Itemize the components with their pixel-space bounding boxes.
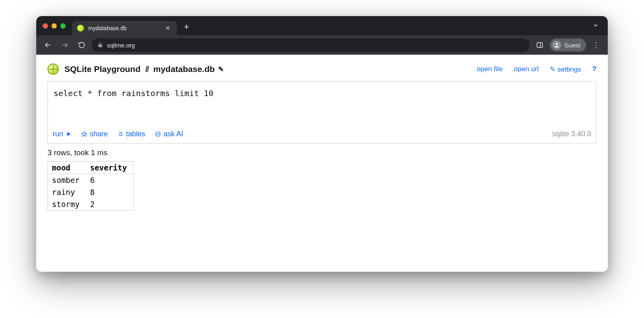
header-links: open file open url ✎ settings ? [477, 65, 597, 74]
editor-actions: run share tables ask AI sqlite 3.40.0 [48, 127, 596, 143]
back-button[interactable] [41, 38, 55, 52]
tabs-dropdown-button[interactable] [588, 20, 603, 32]
title-separator: // [145, 64, 149, 74]
browser-menu-button[interactable]: ⋮ [589, 38, 603, 52]
result-status: 3 rows, took 1 ms [47, 148, 597, 157]
open-file-link[interactable]: open file [477, 65, 503, 73]
list-icon [118, 131, 124, 137]
page-header: SQLite Playground // mydatabase.db ✎ ope… [47, 64, 597, 75]
settings-link[interactable]: ✎ settings [550, 65, 581, 74]
browser-tab[interactable]: mydatabase.db ✕ [72, 21, 177, 35]
tab-strip: mydatabase.db ✕ + [36, 16, 608, 35]
table-cell: rainy [48, 186, 86, 198]
table-cell: 6 [86, 174, 134, 187]
url-text: sqlime.org [107, 42, 135, 49]
result-header-row: moodseverity [48, 162, 134, 174]
new-tab-button[interactable]: + [181, 21, 192, 33]
db-name: mydatabase.db [153, 64, 215, 74]
browser-toolbar: sqlime.org Guest ⋮ [36, 35, 608, 55]
share-button[interactable]: share [81, 130, 108, 138]
browser-window: mydatabase.db ✕ + sqlime.org [36, 16, 608, 272]
window-minimize-button[interactable] [52, 23, 57, 29]
svg-marker-6 [82, 131, 87, 136]
sql-input[interactable] [48, 82, 596, 125]
tab-title: mydatabase.db [88, 25, 160, 31]
window-close-button[interactable] [43, 23, 48, 29]
sqlite-version: sqlite 3.40.0 [552, 130, 591, 138]
sql-editor: run share tables ask AI sqlite 3.40.0 [47, 81, 597, 144]
help-link[interactable]: ? [592, 65, 597, 73]
table-row: rainy8 [48, 186, 134, 198]
app-title: SQLite Playground [64, 64, 140, 74]
result-table: moodseverity somber6rainy8stormy2 [47, 161, 134, 211]
svg-rect-2 [537, 43, 543, 47]
address-bar[interactable]: sqlime.org [92, 38, 530, 52]
play-icon [66, 131, 72, 137]
globe-icon [155, 131, 161, 137]
profile-label: Guest [564, 42, 580, 49]
panel-toggle-button[interactable] [533, 38, 547, 52]
profile-button[interactable]: Guest [550, 39, 586, 51]
window-controls [41, 23, 68, 29]
page-title: SQLite Playground // mydatabase.db ✎ [64, 64, 471, 74]
lock-icon [97, 42, 103, 48]
tab-close-button[interactable]: ✕ [164, 24, 172, 32]
column-header: mood [48, 162, 86, 174]
favicon-icon [77, 25, 84, 32]
table-cell: stormy [48, 198, 86, 211]
app-logo-icon [47, 64, 59, 75]
table-cell: somber [48, 174, 86, 187]
window-zoom-button[interactable] [60, 23, 66, 29]
open-url-link[interactable]: open url [514, 65, 539, 73]
run-button[interactable]: run [53, 130, 72, 138]
table-row: stormy2 [48, 198, 134, 211]
star-icon [81, 131, 87, 137]
table-row: somber6 [48, 174, 134, 187]
page-content: SQLite Playground // mydatabase.db ✎ ope… [36, 55, 608, 272]
ask-ai-button[interactable]: ask AI [155, 130, 183, 138]
svg-point-4 [555, 43, 557, 45]
db-name-group: mydatabase.db ✎ [153, 64, 224, 74]
table-cell: 2 [86, 198, 134, 211]
forward-button[interactable] [58, 38, 72, 52]
table-cell: 8 [86, 186, 134, 198]
tables-button[interactable]: tables [118, 130, 145, 138]
column-header: severity [86, 162, 134, 174]
reload-button[interactable] [75, 38, 89, 52]
edit-db-name-button[interactable]: ✎ [218, 65, 224, 74]
avatar-icon [552, 41, 561, 49]
svg-marker-5 [67, 132, 71, 136]
